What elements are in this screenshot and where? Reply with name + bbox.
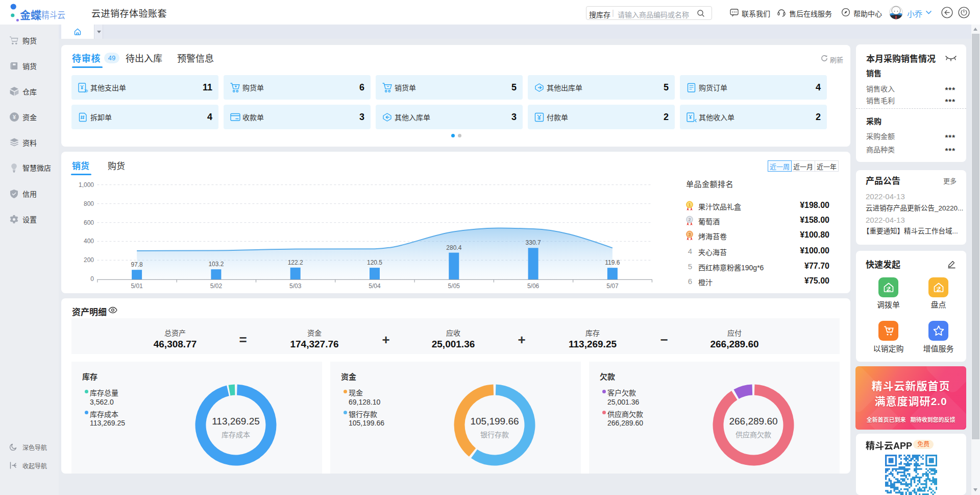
svg-text:3: 3 — [688, 232, 691, 237]
svg-text:2: 2 — [688, 217, 691, 222]
svg-text:1: 1 — [688, 202, 691, 207]
svg-text:¥: ¥ — [13, 114, 16, 120]
